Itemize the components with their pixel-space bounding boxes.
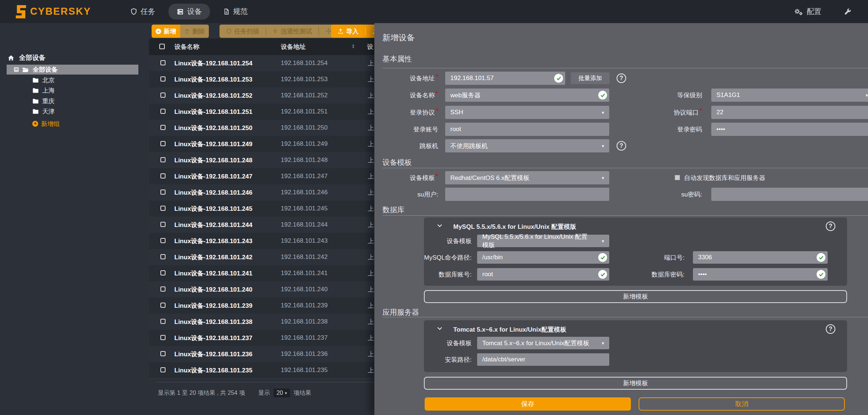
row-checkbox[interactable] <box>160 125 166 130</box>
add-device-button[interactable]: + 新增 <box>152 25 180 38</box>
tree-node-1[interactable]: 上海 <box>32 86 55 95</box>
row-checkbox[interactable] <box>160 254 166 259</box>
page-size-select[interactable]: 20 ▾ <box>273 389 290 397</box>
device-address-input[interactable]: 192.168.101.57 <box>445 72 565 85</box>
install-path-input[interactable]: /data/cbt/server <box>477 353 609 366</box>
task-scan-button[interactable]: 任务扫描 <box>219 25 266 38</box>
tree-node-3[interactable]: 天津 <box>32 107 55 116</box>
row-checkbox[interactable] <box>160 319 166 324</box>
device-name-cell: Linux设备-192.168.101.235 <box>174 362 253 378</box>
help-icon[interactable]: ? <box>826 324 835 334</box>
tomcat-card-title[interactable]: Tomcat 5.x~6.x for Linux/Unix配置模板 <box>453 325 566 334</box>
sidebar-root-all-devices[interactable]: 全部设备 <box>7 53 46 62</box>
row-checkbox[interactable] <box>160 351 166 356</box>
row-checkbox[interactable] <box>160 222 166 227</box>
device-name-input[interactable]: web服务器 <box>445 89 609 102</box>
top-navbar: CYBERSKY 任务 设备 规范 <box>0 0 868 23</box>
protocol-port-input[interactable]: 22 <box>711 106 868 119</box>
login-account-input[interactable]: root <box>445 123 609 136</box>
row-checkbox[interactable] <box>160 286 166 292</box>
login-protocol-select[interactable]: SSH ▾ <box>445 106 609 119</box>
chevron-down-icon: ▾ <box>865 93 868 98</box>
tree-node-all-devices-selected[interactable]: − 全部设备 <box>7 65 138 75</box>
results-summary: 显示第 1 至 20 项结果 , 共 254 项 <box>158 389 245 397</box>
select-all-checkbox[interactable] <box>159 44 165 49</box>
mysql-account-input[interactable]: root <box>477 268 609 281</box>
add-group-button[interactable]: + 新增组 <box>32 119 60 129</box>
device-address-cell: 192.168.101.253 <box>281 71 328 87</box>
chevron-down-icon[interactable] <box>437 327 442 330</box>
device-extra-cell: 上 <box>368 104 374 120</box>
delete-device-button[interactable]: 删除 <box>180 25 209 38</box>
device-address-cell: 192.168.101.246 <box>281 184 328 201</box>
protection-level-label: 等保级别 <box>651 89 702 102</box>
jump-server-select[interactable]: 不使用跳板机 ▾ <box>445 139 609 152</box>
folder-icon <box>32 88 39 93</box>
device-address-cell: 192.168.101.250 <box>281 120 328 136</box>
row-checkbox[interactable] <box>160 76 166 82</box>
device-address-cell: 192.168.101.239 <box>281 297 328 314</box>
auto-discover-checkbox[interactable] <box>675 175 680 180</box>
help-icon[interactable]: ? <box>617 73 626 83</box>
sort-icon[interactable]: ▴▾ <box>352 43 354 48</box>
help-icon[interactable]: ? <box>617 141 626 151</box>
connectivity-test-button[interactable]: 连通性测试 <box>266 25 319 38</box>
mysql-command-path-input[interactable]: /usr/bin <box>477 251 609 264</box>
plus-circle-icon: + <box>32 121 38 127</box>
column-header-address[interactable]: 设备地址 <box>281 43 306 51</box>
import-button[interactable]: 导入 <box>331 25 365 38</box>
row-checkbox[interactable] <box>160 173 166 178</box>
mysql-card-title[interactable]: MySQL 5.5.x/5.6.x for Linux/Unix 配置模版 <box>453 223 576 231</box>
row-checkbox[interactable] <box>160 141 166 146</box>
tree-node-0[interactable]: 北京 <box>32 75 55 85</box>
row-checkbox[interactable] <box>160 270 166 275</box>
device-extra-cell: 上 <box>368 297 374 314</box>
device-template-select[interactable]: Redhat/CentOS 6.x配置模板 ▾ <box>445 171 609 184</box>
row-checkbox[interactable] <box>160 93 166 98</box>
tree-collapse-toggle[interactable]: − <box>14 67 19 72</box>
batch-add-button[interactable]: 批量添加 <box>571 72 610 84</box>
device-extra-cell: 上 <box>368 184 374 201</box>
su-user-label: su用户: <box>382 188 438 201</box>
cancel-button[interactable]: 取消 <box>639 397 845 411</box>
mysql-port-input[interactable]: 3306 <box>693 251 828 264</box>
tree-node-label: 上海 <box>42 86 55 95</box>
nav-tab-devices[interactable]: 设备 <box>168 4 210 19</box>
save-button[interactable]: 保存 <box>425 397 631 411</box>
install-path-value: /data/cbt/server <box>482 356 525 363</box>
column-header-third[interactable]: 设 <box>367 43 373 51</box>
tomcat-device-template-select[interactable]: Tomcat 5.x~6.x for Linux/Unix配置模板 ▾ <box>477 337 609 349</box>
device-name-cell: Linux设备-192.168.101.253 <box>174 71 253 87</box>
row-checkbox[interactable] <box>160 238 166 243</box>
row-checkbox[interactable] <box>160 206 166 211</box>
help-icon[interactable]: ? <box>826 221 835 231</box>
nav-tab-standards[interactable]: 规范 <box>215 4 256 19</box>
row-checkbox[interactable] <box>160 60 166 65</box>
mysql-command-path-label: MySQL命令路径: <box>424 251 472 264</box>
app-logo: CYBERSKY <box>15 5 91 19</box>
row-checkbox[interactable] <box>160 335 166 340</box>
config-menu[interactable]: 配置 <box>793 7 821 17</box>
row-checkbox[interactable] <box>160 367 166 372</box>
tree-node-2[interactable]: 重庆 <box>32 96 55 106</box>
nav-tab-tasks[interactable]: 任务 <box>122 4 163 19</box>
column-header-name[interactable]: 设备名称 <box>174 43 199 51</box>
add-appserver-template-button[interactable]: 新增模板 <box>424 377 847 390</box>
chevron-down-icon[interactable] <box>437 224 442 227</box>
mysql-device-template-select[interactable]: MySQL 5.5.x/5.6.x for Linux/Unix 配置模版 ▾ <box>477 235 609 247</box>
row-checkbox[interactable] <box>160 303 166 308</box>
device-address-cell: 192.168.101.251 <box>281 104 328 120</box>
su-user-input[interactable] <box>445 188 609 201</box>
device-address-cell: 192.168.101.245 <box>281 201 328 217</box>
login-password-input[interactable]: •••• <box>711 123 868 136</box>
row-checkbox[interactable] <box>160 109 166 114</box>
protection-level-select[interactable]: S1A1G1 ▾ <box>711 89 868 102</box>
mysql-password-input[interactable]: •••• <box>693 268 828 281</box>
wrench-icon[interactable] <box>843 8 851 16</box>
row-checkbox[interactable] <box>160 190 166 195</box>
su-password-input[interactable] <box>711 188 868 201</box>
add-database-template-button[interactable]: 新增模板 <box>424 290 847 303</box>
plus-circle-icon: + <box>156 29 161 34</box>
row-checkbox[interactable] <box>160 157 166 162</box>
tomcat-device-template-label: 设备模板 <box>424 337 472 349</box>
